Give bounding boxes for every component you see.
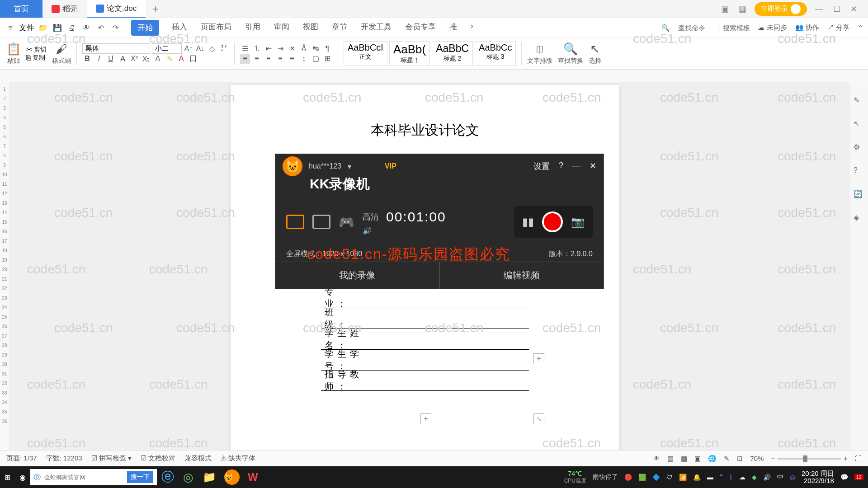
highlight-icon[interactable]: ✎ [165, 54, 175, 64]
tray-icon[interactable]: 🔷 [652, 474, 660, 481]
preview-icon[interactable]: 👁 [80, 22, 92, 34]
sort-icon[interactable]: Å [299, 44, 309, 54]
cortana-icon[interactable]: ◉ [15, 466, 30, 488]
web-layout-icon[interactable]: 🌐 [708, 455, 717, 463]
table-add-row-button[interactable]: + [420, 413, 431, 424]
bold-icon[interactable]: B [82, 54, 92, 64]
print-icon[interactable]: 🖨 [66, 22, 78, 34]
my-recordings-button[interactable]: 我的录像 [275, 262, 440, 289]
menu-chapter[interactable]: 章节 [331, 20, 348, 36]
pen-icon[interactable]: ✎ [854, 96, 864, 107]
record-button[interactable] [542, 211, 563, 232]
findrep-button[interactable]: 🔍查找替换 [558, 42, 583, 65]
tray-volume-icon[interactable]: 🔊 [763, 474, 771, 481]
tray-gpu-icon[interactable]: ▬ [707, 474, 713, 481]
chevron-down-icon[interactable]: ▾ [348, 162, 351, 171]
tray-wifi-icon[interactable]: 📶 [679, 474, 687, 481]
tray-cloud-icon[interactable]: ☁ [739, 474, 745, 481]
redo-icon[interactable]: ↷ [109, 22, 121, 34]
tray-shield-icon[interactable]: 🛡 [666, 474, 673, 481]
notifications-icon[interactable]: 💬 [840, 474, 848, 481]
search-input[interactable] [44, 474, 123, 481]
undo-icon[interactable]: ↶ [95, 22, 107, 34]
edit-icon[interactable]: ✎ [724, 455, 730, 463]
menu-start[interactable]: 开始 [131, 20, 159, 36]
zoom-level[interactable]: 70% [750, 455, 764, 462]
collapse-ribbon-icon[interactable]: ⌃ [858, 24, 863, 32]
tray-icon[interactable]: 🔴 [624, 474, 632, 481]
audio-icon[interactable]: 🔊 [363, 226, 446, 235]
align-center-icon[interactable]: ≡ [252, 54, 262, 64]
edit-video-button[interactable]: 编辑视频 [440, 262, 604, 289]
unsync-label[interactable]: ☁ 未同步 [758, 23, 787, 32]
grid-icon[interactable]: ▦ [737, 2, 748, 16]
clock[interactable]: 20:20 周日 2022/9/18 [802, 470, 834, 485]
menu-ref[interactable]: 引用 [244, 20, 261, 36]
taskbar-wps-icon[interactable]: W [243, 466, 263, 488]
phonetic-icon[interactable]: ㍐ [219, 44, 229, 54]
quality-label[interactable]: 高清 [363, 211, 379, 222]
tab-docai[interactable]: 稻壳 [42, 0, 87, 18]
menu-chevron[interactable]: › [470, 20, 474, 36]
tab-add[interactable]: + [146, 3, 165, 15]
tray-safe-icon[interactable]: ◆ [752, 474, 757, 481]
style-h3[interactable]: AaBbCc标题 3 [475, 41, 516, 66]
view-mode-1-icon[interactable]: ▤ [667, 455, 674, 463]
login-button[interactable]: 立即登录 [755, 2, 807, 16]
tray-badge[interactable]: 12 [854, 474, 863, 480]
page-indicator[interactable]: 页面: 1/37 [6, 454, 37, 463]
style-h1[interactable]: AaBb(标题 1 [389, 41, 430, 66]
numbering-icon[interactable]: ⒈ [252, 44, 262, 54]
view-mode-3-icon[interactable]: ▣ [694, 455, 701, 463]
search-template-input[interactable] [718, 24, 750, 32]
minimize-button[interactable]: — [813, 2, 825, 15]
cursor-icon[interactable]: ↖ [854, 119, 864, 130]
fullscreen-mode-icon[interactable] [286, 215, 304, 229]
search-button[interactable]: 搜一下 [127, 471, 153, 483]
table-resize-handle[interactable]: ⤡ [533, 413, 544, 424]
font-select[interactable] [82, 43, 150, 54]
text-effect-icon[interactable]: A [153, 54, 163, 64]
paste-icon[interactable]: 📋 [6, 42, 21, 56]
proofread[interactable]: ☑ 文档校对 [141, 454, 175, 463]
start-button[interactable]: ⊞ [0, 466, 15, 488]
game-mode-icon[interactable]: 🎮 [339, 215, 354, 230]
menu-view[interactable]: 视图 [302, 20, 319, 36]
size-select[interactable] [152, 43, 182, 54]
align-left-icon[interactable]: ≡ [240, 54, 250, 64]
recorder-help-button[interactable]: ? [559, 161, 563, 172]
help-icon[interactable]: ? [854, 166, 864, 177]
recorder-close-button[interactable]: ✕ [590, 161, 596, 172]
pause-button[interactable]: ▮▮ [522, 216, 534, 228]
tab-home[interactable]: 首页 [0, 0, 42, 18]
file-menu[interactable]: 文件 [19, 23, 34, 33]
indent-dec-icon[interactable]: ⇤ [264, 44, 274, 54]
missing-font[interactable]: ⚠ 缺失字体 [221, 454, 255, 463]
taskbar-recorder-icon[interactable]: 😺 [224, 469, 240, 485]
borders-icon[interactable]: ⊞ [322, 54, 332, 64]
menu-insert[interactable]: 插入 [171, 20, 188, 36]
open-icon[interactable]: 📁 [37, 22, 49, 34]
subscript-icon[interactable]: X₂ [141, 54, 151, 64]
select-button[interactable]: ↖选择 [589, 42, 601, 65]
show-marks-icon[interactable]: ¶ [322, 44, 332, 54]
zoom-slider[interactable]: − + [771, 455, 848, 462]
table-add-col-button[interactable]: + [533, 353, 544, 364]
copy-icon[interactable]: ⎘ [26, 54, 31, 62]
menu-more[interactable]: 推 [448, 20, 458, 36]
brush-group[interactable]: 🖌 格式刷 [52, 42, 71, 65]
spell-check[interactable]: ☑ 拼写检查 ▾ [91, 454, 132, 463]
underline-icon[interactable]: U [106, 54, 116, 64]
fullscreen-icon[interactable]: ⛶ [855, 455, 862, 462]
cut-icon[interactable]: ✂ [26, 45, 32, 54]
layout-icon[interactable]: ▣ [719, 2, 731, 16]
indent-inc-icon[interactable]: ⇥ [275, 44, 285, 54]
tray-bluetooth-icon[interactable]: ᛒ [729, 474, 733, 481]
italic-icon[interactable]: I [94, 54, 104, 64]
align-right-icon[interactable]: ≡ [264, 54, 274, 64]
textdir-button[interactable]: ⎅文字排版 [527, 42, 552, 65]
share-label[interactable]: ↗ 分享 [827, 23, 849, 32]
tray-chevron-icon[interactable]: ˄ [720, 474, 723, 481]
coop-label[interactable]: 👥 协作 [795, 23, 819, 32]
settings-icon[interactable]: ⚙ [854, 143, 864, 154]
